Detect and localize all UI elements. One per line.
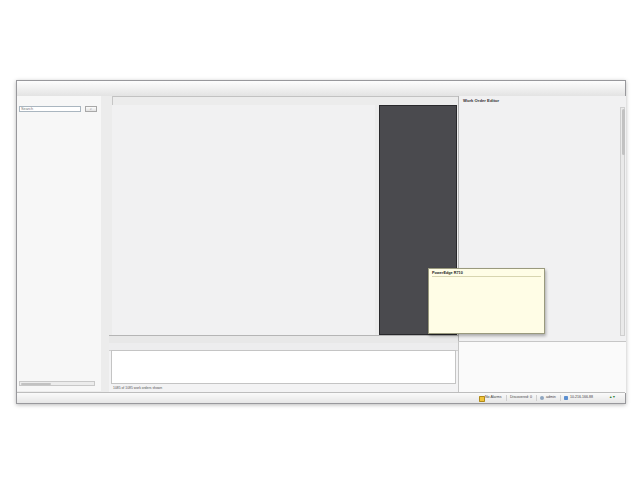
search-input[interactable] xyxy=(19,106,81,112)
discovered-status-text: Discovered: 0 xyxy=(510,395,532,399)
status-divider xyxy=(536,395,537,401)
tooltip-title: PowerEdge R710 xyxy=(432,271,541,277)
status-divider xyxy=(506,395,507,401)
app-window: Navigation: Genomes ▾ ▪▪ ⌕ Work Order Ed… xyxy=(16,80,626,404)
bottom-right-toolbar xyxy=(597,344,623,349)
work-order-editor-title: Work Order Editor xyxy=(463,98,499,103)
user-name-text: admin xyxy=(546,395,556,399)
tree-hscrollbar[interactable] xyxy=(19,381,95,386)
genome-tree-panel: ⌕ xyxy=(17,96,102,391)
work-orders-table xyxy=(111,350,456,384)
user-icon xyxy=(540,396,544,400)
server-host-text: 10.216.166.88 xyxy=(570,395,593,399)
bottom-right-region xyxy=(458,341,626,393)
main-toolbar xyxy=(17,81,625,97)
alarm-status-text: No Alarms xyxy=(485,395,502,399)
floorplan-canvas[interactable] xyxy=(112,105,375,335)
work-order-scrollbar[interactable] xyxy=(620,107,625,336)
work-order-scrollbar-thumb[interactable] xyxy=(622,109,625,155)
tree-hscrollbar-thumb[interactable] xyxy=(21,383,51,386)
status-divider xyxy=(560,395,561,401)
status-bar: No Alarms Discovered: 0 admin 10.216.166… xyxy=(17,392,625,403)
server-icon xyxy=(564,396,568,400)
genome-tree xyxy=(17,115,101,379)
table-footer: 1085 of 1085 work orders shown xyxy=(113,386,162,390)
search-row: ⌕ xyxy=(17,105,101,114)
network-activity-icon: ▲▼ xyxy=(609,395,616,399)
filter-button[interactable]: ⌕ xyxy=(85,106,97,112)
work-order-editor-toolbar xyxy=(587,98,623,104)
equipment-tooltip: PowerEdge R710 xyxy=(428,268,545,334)
desktop: { "perspectives": [ {"label": "Operation… xyxy=(0,0,640,480)
work-orders-table-panel: 1085 of 1085 work orders shown xyxy=(109,335,458,393)
